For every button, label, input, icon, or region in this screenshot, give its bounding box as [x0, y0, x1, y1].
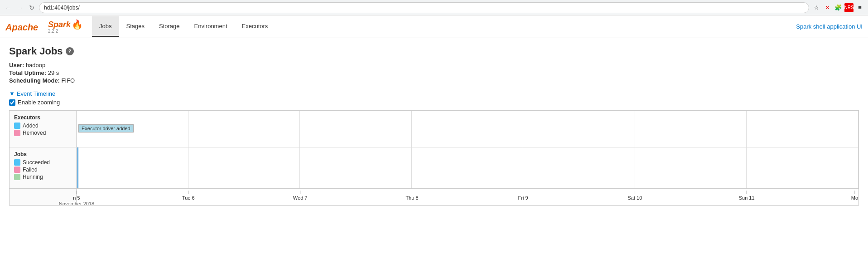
- succeeded-swatch: [14, 159, 20, 166]
- browser-icons: ☆ ✕ 🧩 NRS ≡: [812, 3, 864, 12]
- spark-logo: Apache Spark 🔥 2.2.2: [5, 19, 83, 35]
- added-swatch: [14, 123, 20, 129]
- spark-name: Spark: [48, 20, 71, 29]
- app-title: Spark shell application UI: [796, 23, 863, 30]
- bookmark-icon[interactable]: ☆: [812, 3, 821, 12]
- tick-line: [747, 191, 747, 194]
- grid-line-6: [635, 111, 747, 147]
- forward-button[interactable]: →: [15, 3, 24, 12]
- address-bar[interactable]: [39, 2, 809, 13]
- enable-zoom-label: Enable zooming: [18, 99, 60, 106]
- axis-label: Thu 8: [405, 191, 418, 201]
- removed-swatch: [14, 130, 20, 136]
- app-title-link[interactable]: Spark shell application UI: [796, 23, 863, 30]
- jobs-grid-line-4: [412, 147, 524, 188]
- menu-icon[interactable]: ≡: [855, 3, 864, 12]
- jobs-grid-line-2: [188, 147, 300, 188]
- tab-storage[interactable]: Storage: [152, 16, 187, 37]
- axis-label: Fri 9: [518, 191, 528, 201]
- tick-line: [188, 191, 188, 194]
- axis-label: Sat 10: [627, 191, 642, 201]
- enable-zoom-checkbox[interactable]: [9, 99, 15, 106]
- browser-bar: ← → ↻ ☆ ✕ 🧩 NRS ≡: [0, 0, 868, 15]
- page-title: Spark Jobs ?: [9, 45, 859, 57]
- jobs-grid-line-6: [635, 147, 747, 188]
- grid-line-4: [412, 111, 524, 147]
- executors-chart: Executor driver added: [77, 111, 858, 147]
- running-swatch: [14, 174, 20, 180]
- uptime-row: Total Uptime: 29 s: [9, 69, 859, 76]
- timeline-marker: [77, 147, 78, 188]
- executor-driver-badge: Executor driver added: [78, 124, 134, 132]
- jobs-grid-line-5: [523, 147, 635, 188]
- failed-swatch: [14, 167, 20, 173]
- tick-line: [300, 191, 300, 194]
- tick-line: [854, 191, 855, 194]
- close-icon[interactable]: ✕: [823, 3, 832, 12]
- spark-version: 2.2.2: [48, 29, 58, 34]
- executors-section-title: Executors: [14, 114, 72, 121]
- grid-line-3: [300, 111, 412, 147]
- executors-removed-legend: Removed: [14, 130, 72, 136]
- app-navbar: Apache Spark 🔥 2.2.2 Jobs Stages Storage…: [0, 15, 868, 38]
- jobs-grid-line-3: [300, 147, 412, 188]
- jobs-section-title: Jobs: [14, 151, 72, 157]
- executors-legend: Executors Added Removed: [10, 111, 77, 147]
- user-row: User: hadoop: [9, 62, 859, 69]
- help-icon[interactable]: ?: [66, 47, 74, 55]
- nav-tabs: Jobs Stages Storage Environment Executor…: [92, 16, 275, 37]
- grid-line-5: [523, 111, 635, 147]
- jobs-grid-line-1: [77, 147, 188, 188]
- tab-environment[interactable]: Environment: [187, 16, 235, 37]
- jobs-legend: Jobs Succeeded Failed Running: [10, 147, 77, 188]
- tick-line: [412, 191, 412, 194]
- meta-info: User: hadoop Total Uptime: 29 s Scheduli…: [9, 62, 859, 84]
- grid-line-2: [188, 111, 300, 147]
- jobs-grid: [77, 147, 858, 188]
- timeline-arrow-icon: ▼: [9, 90, 15, 97]
- tick-line: [635, 191, 635, 194]
- axis-label: Tue 6: [182, 191, 195, 201]
- jobs-section: Jobs Succeeded Failed Running: [10, 147, 858, 188]
- page-content: Spark Jobs ? User: hadoop Total Uptime: …: [0, 38, 868, 213]
- executors-section: Executors Added Removed: [10, 111, 858, 147]
- tab-stages[interactable]: Stages: [119, 16, 152, 37]
- axis-labels: n 5November 2018Tue 6Wed 7Thu 8Fri 9Sat …: [77, 189, 858, 205]
- tick-line: [77, 191, 77, 194]
- tab-jobs[interactable]: Jobs: [92, 16, 119, 37]
- axis-label: n 5November 2018: [59, 191, 94, 206]
- axis-label: Wed 7: [293, 191, 308, 201]
- scheduling-row: Scheduling Mode: FIFO: [9, 77, 859, 84]
- svg-text:Apache: Apache: [5, 22, 38, 32]
- jobs-grid-line-7: [747, 147, 858, 188]
- executors-added-legend: Added: [14, 123, 72, 129]
- axis-label: Mo: [851, 191, 858, 201]
- jobs-running-legend: Running: [14, 174, 72, 180]
- axis-label: Sun 11: [739, 191, 755, 201]
- executors-grid: [77, 111, 858, 147]
- timeline-container: Executors Added Removed: [9, 110, 859, 206]
- spark-logo-svg: Apache: [5, 19, 46, 35]
- grid-line-7: [747, 111, 858, 147]
- reload-button[interactable]: ↻: [27, 3, 36, 12]
- timeline-toggle[interactable]: ▼ Event Timeline: [9, 90, 859, 97]
- jobs-failed-legend: Failed: [14, 167, 72, 173]
- puzzle-icon[interactable]: 🧩: [834, 3, 843, 12]
- nrs-icon[interactable]: NRS: [844, 3, 854, 12]
- timeline-axis: n 5November 2018Tue 6Wed 7Thu 8Fri 9Sat …: [10, 188, 858, 205]
- jobs-chart: [77, 147, 858, 188]
- enable-zoom-row: Enable zooming: [9, 99, 859, 106]
- jobs-succeeded-legend: Succeeded: [14, 159, 72, 166]
- tick-line: [523, 191, 523, 194]
- tab-executors[interactable]: Executors: [235, 16, 275, 37]
- spark-flame-icon: 🔥: [72, 20, 83, 29]
- back-button[interactable]: ←: [4, 3, 13, 12]
